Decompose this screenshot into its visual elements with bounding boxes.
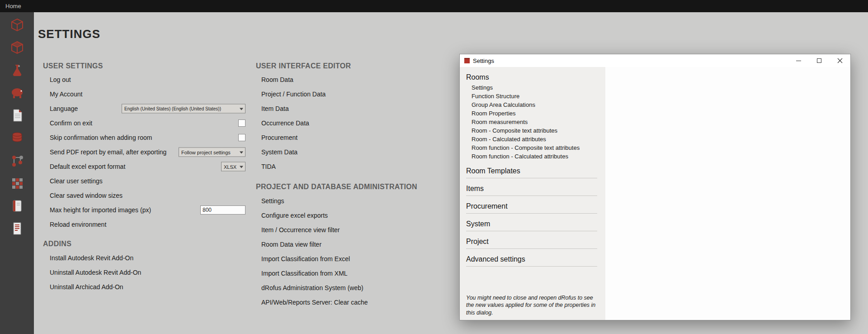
- max-image-height-input[interactable]: [200, 205, 245, 215]
- dialog-nav-item-room-properties[interactable]: Room Properties: [472, 109, 605, 118]
- user-settings-column: USER SETTINGS Log out My Account Languag…: [43, 60, 245, 294]
- cube-icon[interactable]: [9, 17, 25, 33]
- addins-item-install-revit[interactable]: Install Autodesk Revit Add-On: [43, 251, 245, 265]
- import-classification-xml-link[interactable]: Import Classification from XML: [261, 270, 348, 277]
- dialog-nav-rooms-children: Settings Function Structure Group Area C…: [460, 83, 605, 161]
- maximize-button[interactable]: [809, 54, 830, 67]
- window-controls: [788, 54, 850, 67]
- pdf-report-select[interactable]: Follow project settings: [179, 148, 245, 157]
- ui-editor-item-procurement[interactable]: Procurement: [256, 130, 450, 145]
- admin-item-settings[interactable]: Settings: [256, 194, 450, 208]
- dialog-nav-panel: Rooms Settings Function Structure Group …: [460, 67, 605, 320]
- configure-excel-exports-link[interactable]: Configure excel exports: [261, 212, 328, 219]
- dialog-nav-item-room-measurements[interactable]: Room measurements: [472, 118, 605, 126]
- dialog-section-procurement[interactable]: Procurement: [466, 196, 597, 214]
- install-revit-link[interactable]: Install Autodesk Revit Add-On: [50, 254, 133, 262]
- room-data-view-filter-link[interactable]: Room Data view filter: [261, 241, 321, 248]
- admin-item-clear-cache[interactable]: API/Web/Reports Server: Clear cache: [256, 295, 450, 310]
- ui-editor-item-system-data[interactable]: System Data: [256, 145, 450, 159]
- addins-item-uninstall-revit[interactable]: Uninstall Autodesk Revit Add-On: [43, 265, 245, 280]
- admin-item-item-occurrence-view-filter[interactable]: Item / Occurrence view filter: [256, 223, 450, 237]
- log-out-link[interactable]: Log out: [50, 76, 71, 83]
- dialog-nav-item-room-calculated[interactable]: Room - Calculated attributes: [472, 135, 605, 143]
- ui-editor-item-project-function-data[interactable]: Project / Function Data: [256, 87, 450, 101]
- excel-format-select[interactable]: XLSX: [221, 162, 245, 172]
- settings-item-my-account[interactable]: My Account: [43, 87, 245, 101]
- drofus-admin-system-link[interactable]: dRofus Administration System (web): [261, 284, 363, 291]
- dialog-nav-rooms-header[interactable]: Rooms: [460, 67, 605, 81]
- dialog-nav-item-room-composite-text[interactable]: Room - Composite text attributes: [472, 126, 605, 135]
- tida-link[interactable]: TIDA: [261, 163, 276, 170]
- ui-editor-item-occurrence-data[interactable]: Occurrence Data: [256, 116, 450, 130]
- settings-item-reload-environment[interactable]: Reload environment: [43, 217, 245, 232]
- dialog-nav-item-room-function-calculated[interactable]: Room function - Calculated attributes: [472, 152, 605, 161]
- occurrence-data-link[interactable]: Occurrence Data: [261, 119, 309, 127]
- project-function-data-link[interactable]: Project / Function Data: [261, 91, 326, 98]
- ui-editor-item-tida[interactable]: TIDA: [256, 159, 450, 174]
- dialog-section-system[interactable]: System: [466, 214, 597, 231]
- chevron-down-icon: [240, 108, 243, 110]
- close-icon: [837, 58, 843, 63]
- settings-item-clear-window-sizes[interactable]: Clear saved window sizes: [43, 188, 245, 203]
- flowchart-icon[interactable]: [9, 153, 25, 169]
- admin-item-import-classification-xml[interactable]: Import Classification from XML: [256, 266, 450, 281]
- flask-icon[interactable]: [9, 62, 25, 78]
- home-menu-item[interactable]: Home: [5, 3, 21, 10]
- item-occurrence-view-filter-link[interactable]: Item / Occurrence view filter: [261, 226, 340, 234]
- dialog-nav-item-room-function-composite-text[interactable]: Room function - Composite text attribute…: [472, 143, 605, 152]
- admin-item-import-classification-excel[interactable]: Import Classification from Excel: [256, 252, 450, 266]
- chevron-down-icon: [240, 152, 243, 154]
- admin-item-drofus-admin-system[interactable]: dRofus Administration System (web): [256, 281, 450, 295]
- room-data-link[interactable]: Room Data: [261, 76, 293, 83]
- item-data-link[interactable]: Item Data: [261, 105, 289, 112]
- dialog-nav-item-settings[interactable]: Settings: [472, 83, 605, 92]
- document-icon[interactable]: [9, 107, 25, 124]
- clear-cache-link[interactable]: API/Web/Reports Server: Clear cache: [261, 299, 368, 306]
- confirm-on-exit-checkbox[interactable]: [238, 119, 245, 127]
- ui-editor-item-item-data[interactable]: Item Data: [256, 101, 450, 116]
- cube-alt-icon[interactable]: [9, 39, 25, 56]
- uninstall-archicad-link[interactable]: Uninstall Archicad Add-On: [50, 283, 123, 291]
- reload-environment-link[interactable]: Reload environment: [50, 221, 106, 228]
- skip-confirmation-checkbox[interactable]: [238, 134, 245, 141]
- procurement-link[interactable]: Procurement: [261, 134, 297, 141]
- admin-settings-link[interactable]: Settings: [261, 197, 284, 205]
- ui-editor-item-room-data[interactable]: Room Data: [256, 72, 450, 87]
- coins-icon[interactable]: [9, 130, 25, 146]
- clear-user-settings-link[interactable]: Clear user settings: [50, 177, 103, 185]
- dialog-titlebar[interactable]: Settings: [460, 54, 850, 67]
- book-icon[interactable]: [9, 198, 25, 214]
- pig-icon[interactable]: [9, 85, 25, 101]
- minimize-icon: [796, 61, 801, 61]
- user-settings-heading: USER SETTINGS: [43, 60, 245, 72]
- addins-heading: ADDINS: [43, 237, 245, 251]
- dialog-nav-item-function-structure[interactable]: Function Structure: [472, 92, 605, 100]
- dialog-section-items[interactable]: Items: [466, 178, 597, 196]
- dialog-section-advanced-settings[interactable]: Advanced settings: [466, 249, 597, 267]
- settings-item-skip-confirmation: Skip confirmation when adding room: [43, 130, 245, 145]
- uninstall-revit-link[interactable]: Uninstall Autodesk Revit Add-On: [50, 269, 141, 276]
- settings-item-clear-user-settings[interactable]: Clear user settings: [43, 174, 245, 188]
- language-select[interactable]: English (United States) (English (United…: [122, 104, 245, 114]
- dialog-section-room-templates[interactable]: Room Templates: [466, 161, 597, 178]
- clear-window-sizes-link[interactable]: Clear saved window sizes: [50, 192, 123, 199]
- pdf-report-select-value: Follow project settings: [181, 149, 231, 155]
- dialog-nav-item-group-area-calculations[interactable]: Group Area Calculations: [472, 100, 605, 109]
- dialog-section-project[interactable]: Project: [466, 231, 597, 249]
- settings-item-max-image-height: Max height for imported images (px): [43, 203, 245, 217]
- maximize-icon: [817, 58, 821, 63]
- addins-item-uninstall-archicad[interactable]: Uninstall Archicad Add-On: [43, 280, 245, 294]
- settings-item-log-out[interactable]: Log out: [43, 72, 245, 87]
- blocks-icon[interactable]: [9, 175, 25, 191]
- admin-item-configure-excel-exports[interactable]: Configure excel exports: [256, 208, 450, 223]
- my-account-link[interactable]: My Account: [50, 91, 82, 98]
- admin-item-room-data-view-filter[interactable]: Room Data view filter: [256, 237, 450, 252]
- close-button[interactable]: [830, 54, 850, 67]
- report-icon[interactable]: [9, 220, 25, 237]
- settings-item-excel-format: Default excel export format XLSX: [43, 159, 245, 174]
- system-data-link[interactable]: System Data: [261, 148, 297, 156]
- import-classification-excel-link[interactable]: Import Classification from Excel: [261, 255, 350, 262]
- module-sidebar: [0, 12, 34, 334]
- confirm-on-exit-label: Confirm on exit: [50, 119, 92, 127]
- minimize-button[interactable]: [788, 54, 809, 67]
